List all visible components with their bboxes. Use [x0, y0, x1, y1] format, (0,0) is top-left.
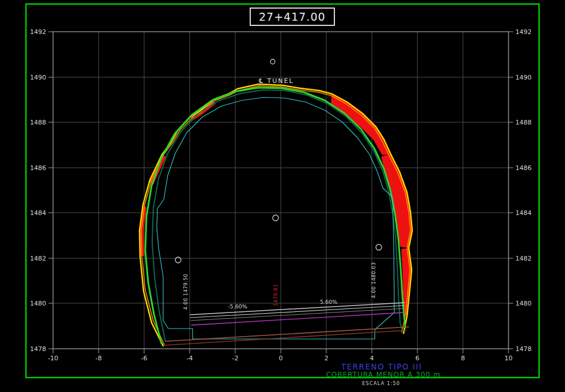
x-axis-label: 0 [279, 355, 283, 362]
y-axis-label-left: 1486 [30, 164, 46, 172]
x-axis-label: 10 [504, 355, 513, 362]
x-axis-label: -4 [187, 355, 193, 362]
x-axis-label: -10 [48, 355, 58, 362]
y-axis-label-right: 1478 [515, 345, 532, 353]
survey-point-circle [376, 244, 382, 250]
y-axis-label-right: 1490 [515, 74, 532, 81]
y-axis-label-left: 1480 [30, 300, 46, 307]
y-axis-label-left: 1492 [30, 28, 46, 36]
y-axis-label-right: 1488 [515, 119, 532, 126]
x-axis-label: -6 [141, 355, 148, 362]
y-axis-label-right: 1482 [515, 255, 532, 262]
y-axis-label-right: 1492 [515, 28, 532, 36]
x-axis-label: 2 [325, 355, 329, 362]
invert-bottom-darkred [164, 330, 406, 345]
station-label-box: 27+417.00 [250, 7, 335, 26]
pavement-surface-2 [190, 306, 405, 318]
edge-elevation-right: 4.00 1480.03 [371, 262, 376, 299]
x-axis-label: 4 [370, 355, 374, 362]
x-axis-label: 6 [416, 355, 420, 362]
y-axis-label-left: 1482 [30, 255, 46, 262]
overbreak-crown-right [331, 93, 391, 155]
y-axis-label-left: 1478 [30, 345, 46, 353]
sheet-frame [26, 4, 539, 378]
cover-note-label: COBERTURA MENOR A 300 m [326, 371, 440, 379]
tunnel-section-canvas: 1492149214901490148814881486148614841484… [0, 0, 565, 392]
y-axis-label-left: 1490 [30, 74, 46, 81]
x-axis-label: 8 [461, 355, 465, 362]
rasante-elevation-label: 1479.81 [273, 284, 278, 307]
survey-point-circle [270, 59, 275, 64]
y-axis-label-left: 1488 [30, 119, 46, 126]
tunnel-centerline-label: ℄ TUNEL [259, 77, 294, 85]
y-axis-label-right: 1484 [515, 209, 532, 217]
pavement-surface-1 [190, 303, 405, 315]
x-axis-label: -2 [232, 355, 239, 362]
survey-point-circle [273, 215, 278, 221]
cad-viewport: 1492149214901490148814881486148614841484… [0, 0, 565, 392]
x-axis-label: -8 [96, 355, 102, 362]
slope-label-left: -5.60% [228, 303, 247, 310]
slope-label-right: 5.60% [320, 299, 337, 305]
y-axis-label-right: 1486 [515, 164, 532, 172]
station-label: 27+417.00 [259, 10, 326, 23]
scale-label: ESCALA 1:50 [362, 380, 400, 386]
terrain-type-label: TERRENO TIPO III [341, 362, 422, 371]
edge-elevation-left: 4.00 1479.50 [183, 274, 189, 310]
y-axis-label-right: 1480 [515, 300, 532, 307]
y-axis-label-left: 1484 [30, 209, 46, 217]
